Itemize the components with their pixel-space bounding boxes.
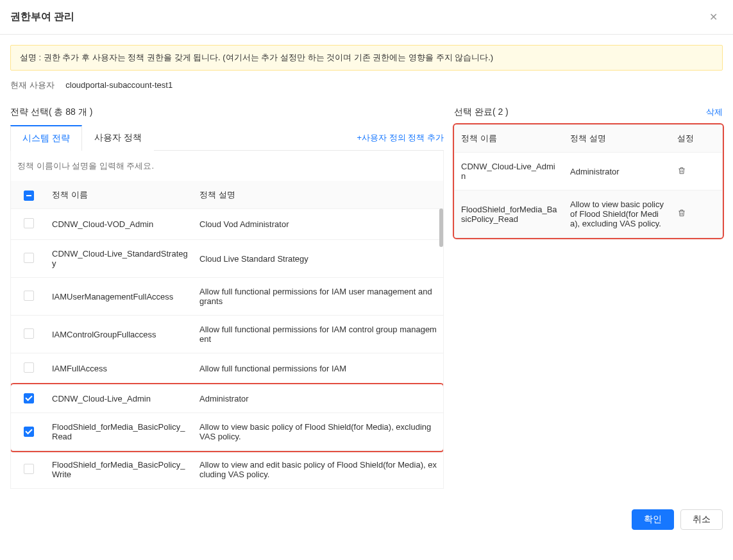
row-checkbox[interactable] [24, 291, 34, 301]
table-row: CDNW_Cloud-Live_AdminAdministrator [455, 153, 722, 191]
left-panel: 전략 선택( 총 88 개 ) 시스템 전략 사용자 정책 +사용자 정의 정책… [10, 106, 444, 489]
policy-desc: Allow to view and edit basic policy of F… [194, 451, 443, 489]
policy-desc: Allow full functional permissions for IA… [194, 316, 443, 353]
policy-name: IAMUserManagementFullAccess [47, 278, 194, 316]
row-checkbox[interactable] [24, 427, 34, 437]
right-table-wrap: 정책 이름 정책 설명 설정 CDNW_Cloud-Live_AdminAdmi… [454, 124, 723, 238]
row-checkbox[interactable] [24, 253, 34, 263]
current-user-row: 현재 사용자 cloudportal-subaccount-test1 [10, 80, 723, 91]
policy-desc: Administrator [564, 153, 671, 191]
current-user-value: cloudportal-subaccount-test1 [65, 80, 173, 90]
add-custom-policy-link[interactable]: +사용자 정의 정책 추가 [357, 132, 444, 150]
left-header-desc: 정책 설명 [194, 181, 443, 208]
table-row: FloodShield_forMedia_BasicPolicy_ReadAll… [455, 191, 722, 238]
current-user-label: 현재 사용자 [10, 80, 55, 90]
tab-system-strategy[interactable]: 시스템 전략 [10, 125, 82, 151]
modal-title: 권한부여 관리 [10, 10, 74, 24]
search-input[interactable] [11, 157, 443, 174]
left-header-name: 정책 이름 [47, 181, 194, 208]
left-panel-title: 전략 선택( 총 88 개 ) [10, 106, 92, 118]
policy-desc: Cloud Live Standard Strategy [194, 240, 443, 278]
table-row: IAMControlGroupFullaccessAllow full func… [11, 316, 443, 353]
policy-name: CDNW_Cloud-Live_Admin [455, 153, 564, 191]
modal-footer: 확인 취소 [0, 499, 733, 540]
tab-user-policy[interactable]: 사용자 정책 [82, 125, 154, 151]
policy-desc: Allow to view basic policy of Flood Shie… [194, 413, 443, 451]
info-banner: 설명 : 권한 추가 후 사용자는 정책 권한을 갖게 됩니다. (여기서는 추… [10, 45, 723, 71]
policy-desc: Allow full functional permissions for IA… [194, 353, 443, 384]
policy-name: IAMControlGroupFullaccess [47, 316, 194, 353]
trash-icon[interactable] [677, 166, 686, 175]
right-header-set: 설정 [671, 125, 722, 153]
policy-name: CDNW_Cloud-Live_StandardStrategy [47, 240, 194, 278]
trash-icon[interactable] [677, 208, 686, 217]
cancel-button[interactable]: 취소 [680, 509, 723, 530]
policy-desc: Cloud Vod Administrator [194, 209, 443, 240]
modal: 권한부여 관리 ✕ 설명 : 권한 추가 후 사용자는 정책 권한을 갖게 됩니… [0, 0, 733, 540]
row-checkbox[interactable] [24, 362, 34, 373]
policy-desc: Allow to view basic policy of Flood Shie… [564, 191, 671, 238]
left-table-wrap: 정책 이름 정책 설명 CDNW_Cloud-VOD_AdminCloud Vo… [10, 151, 444, 489]
policy-desc: Allow full functional permissions for IA… [194, 278, 443, 316]
select-all-checkbox[interactable] [24, 191, 34, 201]
row-checkbox[interactable] [24, 464, 34, 474]
policy-name: IAMFullAccess [47, 353, 194, 384]
confirm-button[interactable]: 확인 [632, 509, 674, 530]
row-checkbox[interactable] [24, 393, 34, 403]
row-checkbox[interactable] [24, 218, 34, 228]
table-row: CDNW_Cloud-Live_AdminAdministrator [11, 384, 443, 413]
modal-header: 권한부여 관리 ✕ [0, 0, 733, 35]
table-row: IAMFullAccessAllow full functional permi… [11, 353, 443, 384]
close-icon[interactable]: ✕ [709, 11, 718, 23]
selected-rows-highlight: CDNW_Cloud-Live_AdminAdministratorFloodS… [11, 384, 443, 451]
table-row: FloodShield_forMedia_BasicPolicy_WriteAl… [11, 451, 443, 489]
right-header-desc: 정책 설명 [564, 125, 671, 153]
right-table: 정책 이름 정책 설명 설정 CDNW_Cloud-Live_AdminAdmi… [455, 125, 722, 237]
columns: 전략 선택( 총 88 개 ) 시스템 전략 사용자 정책 +사용자 정의 정책… [10, 106, 723, 489]
modal-body: 설명 : 권한 추가 후 사용자는 정책 권한을 갖게 됩니다. (여기서는 추… [0, 35, 733, 499]
table-row: FloodShield_forMedia_BasicPolicy_ReadAll… [11, 413, 443, 451]
row-checkbox[interactable] [24, 328, 34, 339]
table-row: CDNW_Cloud-VOD_AdminCloud Vod Administra… [11, 209, 443, 240]
right-panel: 선택 완료( 2 ) 삭제 정책 이름 정책 설명 설정 CDNW_Cloud-… [454, 106, 723, 238]
delete-all-link[interactable]: 삭제 [706, 106, 723, 118]
left-table: 정책 이름 정책 설명 [11, 181, 443, 208]
scrollbar-thumb[interactable] [439, 208, 443, 247]
policy-name: CDNW_Cloud-Live_Admin [47, 384, 194, 413]
policy-name: FloodShield_forMedia_BasicPolicy_Read [47, 413, 194, 451]
policy-name: FloodShield_forMedia_BasicPolicy_Read [455, 191, 564, 238]
table-row: CDNW_Cloud-Live_StandardStrategyCloud Li… [11, 240, 443, 278]
tabs-row: 시스템 전략 사용자 정책 +사용자 정의 정책 추가 [10, 124, 444, 151]
right-panel-title: 선택 완료( 2 ) [454, 106, 509, 118]
policy-name: FloodShield_forMedia_BasicPolicy_Write [47, 451, 194, 489]
table-row: IAMUserManagementFullAccessAllow full fu… [11, 278, 443, 316]
policy-desc: Administrator [194, 384, 443, 413]
policy-name: CDNW_Cloud-VOD_Admin [47, 209, 194, 240]
right-header-name: 정책 이름 [455, 125, 564, 153]
